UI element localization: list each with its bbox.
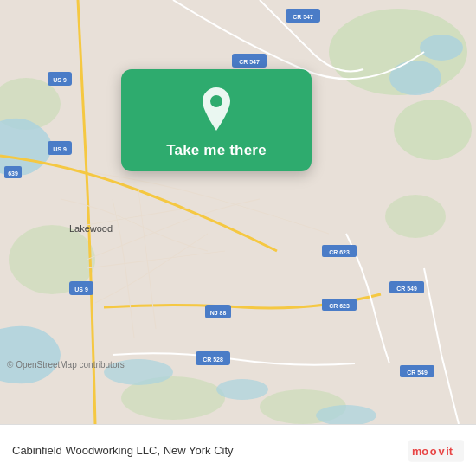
svg-text:CR 623: CR 623 bbox=[329, 303, 350, 309]
svg-text:CR 528: CR 528 bbox=[203, 357, 223, 363]
svg-text:CR 549: CR 549 bbox=[407, 370, 428, 376]
take-me-there-button[interactable]: Take me there bbox=[166, 142, 267, 159]
svg-point-9 bbox=[420, 35, 463, 61]
svg-text:CR 547: CR 547 bbox=[293, 14, 313, 20]
svg-text:NJ 88: NJ 88 bbox=[210, 310, 227, 316]
svg-text:o: o bbox=[421, 444, 428, 457]
location-card: Take me there bbox=[121, 69, 312, 171]
svg-text:Lakewood: Lakewood bbox=[69, 223, 113, 234]
moovit-logo: m o o v it bbox=[408, 439, 464, 463]
location-name: Cabinfield Woodworking LLC, New York Cit… bbox=[12, 444, 234, 457]
svg-text:639: 639 bbox=[8, 170, 18, 177]
svg-point-11 bbox=[216, 379, 268, 400]
svg-text:CR 547: CR 547 bbox=[239, 59, 260, 65]
svg-point-3 bbox=[385, 195, 446, 238]
svg-text:US 9: US 9 bbox=[74, 286, 88, 293]
map-container: US 9 CR 547 CR 547 639 US 9 US 9 NJ 88 C… bbox=[0, 0, 476, 424]
svg-point-38 bbox=[210, 95, 222, 107]
svg-text:m: m bbox=[412, 444, 421, 457]
pin-icon bbox=[192, 85, 241, 133]
svg-point-2 bbox=[394, 100, 472, 160]
svg-text:it: it bbox=[446, 444, 453, 457]
svg-text:CR 623: CR 623 bbox=[329, 249, 350, 255]
svg-text:US 9: US 9 bbox=[53, 146, 67, 152]
svg-point-8 bbox=[389, 61, 441, 95]
svg-text:CR 549: CR 549 bbox=[396, 286, 417, 292]
copyright-text: © OpenStreetMap contributors bbox=[7, 360, 125, 370]
bottom-bar: Cabinfield Woodworking LLC, New York Cit… bbox=[0, 424, 476, 476]
svg-text:v: v bbox=[438, 444, 445, 457]
svg-text:US 9: US 9 bbox=[53, 77, 67, 83]
svg-text:o: o bbox=[430, 444, 437, 457]
